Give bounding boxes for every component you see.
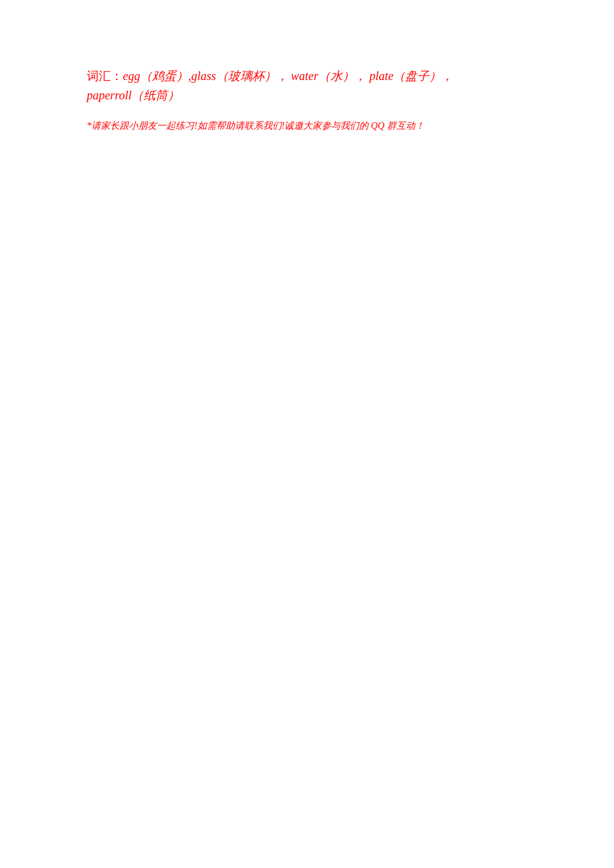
vocabulary-line1: egg（鸡蛋）,glass（玻璃杯）， water（水）， plate（盘子），	[123, 69, 454, 83]
vocabulary-block: 词汇：egg（鸡蛋）,glass（玻璃杯）， water（水）， plate（盘…	[87, 67, 527, 105]
vocabulary-label: 词汇：	[87, 69, 123, 83]
note-line: *请家长跟小朋友一起练习!如需帮助请联系我们!诚邀大家参与我们的 QQ 群互动！	[87, 119, 527, 133]
vocabulary-line2: paperroll（纸筒）	[87, 89, 180, 102]
page-content: 词汇：egg（鸡蛋）,glass（玻璃杯）， water（水）， plate（盘…	[0, 0, 614, 173]
